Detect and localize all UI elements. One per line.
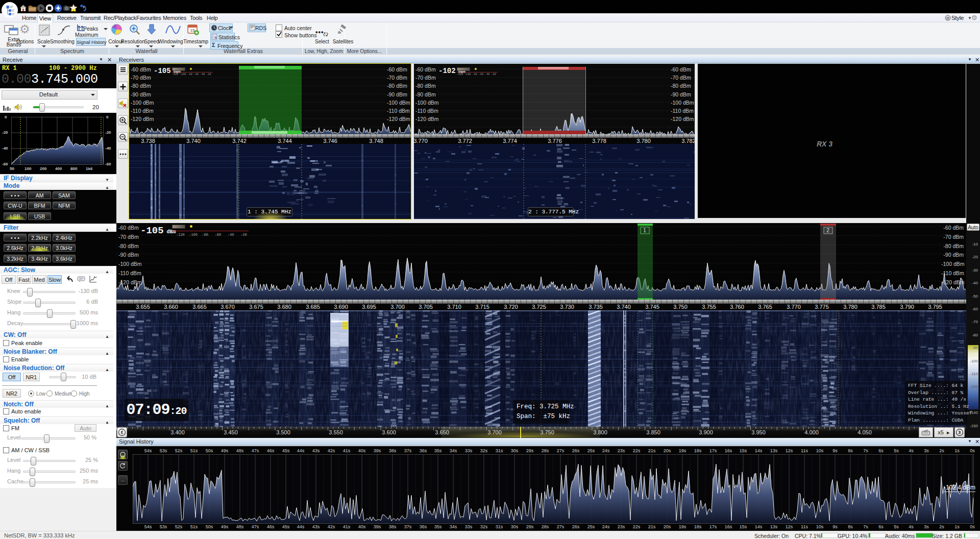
svg-text:2: 2	[826, 228, 829, 233]
svg-text:1: 1	[643, 228, 646, 233]
